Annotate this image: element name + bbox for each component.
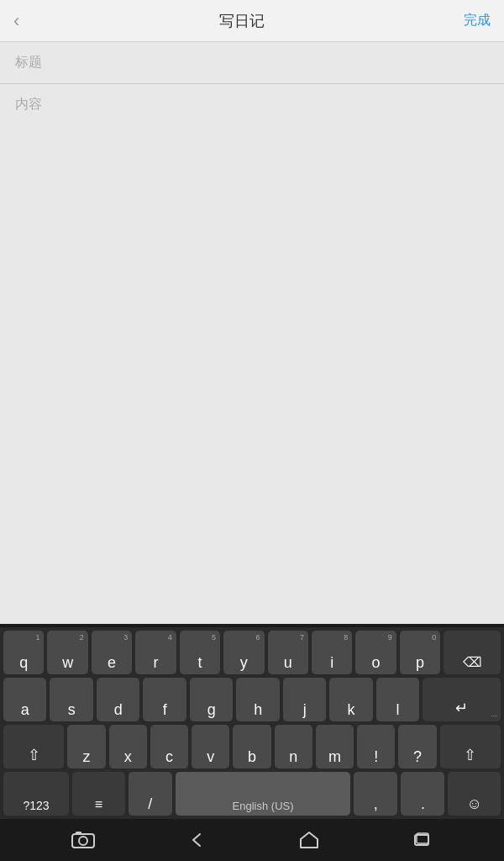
space-key[interactable]: English (US) [176,772,350,816]
key-j[interactable]: j [283,678,326,721]
key-w[interactable]: 2w [47,631,87,674]
shift-left-button[interactable]: ⇧ [3,725,64,769]
svg-point-1 [79,837,87,845]
key-t[interactable]: 5t [180,631,220,674]
key-u[interactable]: 7u [268,631,308,674]
key-m[interactable]: m [316,725,354,769]
key-v[interactable]: v [192,725,229,769]
key-g[interactable]: g [190,678,233,721]
key-l[interactable]: l [376,678,419,721]
emoji-button[interactable]: ☺ [448,772,501,816]
svg-rect-2 [76,832,81,835]
svg-marker-3 [301,832,318,848]
key-y[interactable]: 6y [223,631,264,674]
enter-button[interactable]: ↵ ... [423,678,501,721]
page-title: 写日记 [219,11,265,31]
key-h[interactable]: h [236,678,279,721]
key-d[interactable]: d [97,678,139,721]
key-a[interactable]: a [3,678,46,721]
key-row-4: ?123 ≡ / English (US) , . ☺ [0,769,504,819]
key-r[interactable]: 4r [135,631,176,674]
key-row-1: 1q 2w 3e 4r 5t 6y 7u 8i 9o 0p ⌫ [0,627,504,674]
backspace-button[interactable]: ⌫ [444,631,501,674]
key-exclaim[interactable]: ! [357,725,395,769]
key-n[interactable]: n [275,725,312,769]
key-p[interactable]: 0p [400,631,440,674]
key-o[interactable]: 9o [355,631,396,674]
back-button[interactable]: ‹ [13,10,19,32]
content-area: 标题 内容 [0,42,504,624]
done-button[interactable]: 完成 [464,12,491,29]
key-k[interactable]: k [329,678,372,721]
back-nav-button[interactable] [188,831,207,849]
key-b[interactable]: b [233,725,270,769]
keyboard: 1q 2w 3e 4r 5t 6y 7u 8i 9o 0p ⌫ a s d f … [0,624,504,819]
key-e[interactable]: 3e [92,631,132,674]
title-field[interactable]: 标题 [0,42,504,84]
top-bar: ‹ 写日记 完成 [0,0,504,42]
recents-nav-button[interactable] [412,831,433,849]
key-z[interactable]: z [67,725,105,769]
body-field[interactable]: 内容 [0,84,504,624]
key-x[interactable]: x [109,725,147,769]
slash-key[interactable]: / [129,772,172,816]
shift-right-button[interactable]: ⇧ [440,725,501,769]
navigation-bar [0,819,504,861]
key-row-3: ⇧ z x c v b n m ! ? ⇧ [0,721,504,769]
key-row-2: a s d f g h j k l ↵ ... [0,674,504,721]
period-key[interactable]: . [401,772,444,816]
key-q[interactable]: 1q [3,631,44,674]
key-i[interactable]: 8i [312,631,352,674]
key-c[interactable]: c [150,725,188,769]
comma-key[interactable]: , [354,772,397,816]
camera-nav-button[interactable] [71,831,95,849]
key-f[interactable]: f [143,678,186,721]
num-switch-button[interactable]: ?123 [3,772,69,816]
home-nav-button[interactable] [299,831,319,849]
language-button[interactable]: ≡ [72,772,125,816]
key-s[interactable]: s [50,678,92,721]
key-question[interactable]: ? [398,725,436,769]
